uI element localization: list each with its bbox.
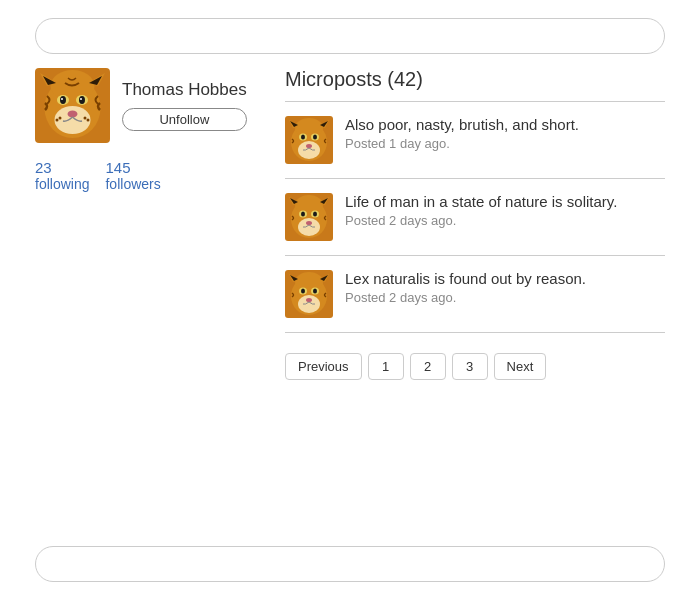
svg-point-30 bbox=[313, 135, 317, 140]
next-page-button[interactable]: Next bbox=[494, 353, 547, 380]
page-2-button[interactable]: 2 bbox=[410, 353, 446, 380]
profile-name-section: Thomas Hobbes Unfollow bbox=[122, 80, 247, 131]
svg-point-11 bbox=[79, 96, 85, 104]
post-item-3: Lex naturalis is found out by reason. Po… bbox=[285, 256, 665, 333]
post-content-1: Also poor, nasty, brutish, and short. Po… bbox=[345, 116, 665, 151]
svg-point-17 bbox=[84, 117, 87, 120]
svg-point-21 bbox=[295, 118, 323, 138]
svg-point-15 bbox=[59, 117, 62, 120]
svg-point-55 bbox=[301, 289, 305, 294]
post-avatar-1 bbox=[285, 116, 333, 164]
svg-point-14 bbox=[68, 111, 78, 118]
prev-page-button[interactable]: Previous bbox=[285, 353, 362, 380]
following-label: following bbox=[35, 176, 89, 192]
profile-header: Thomas Hobbes Unfollow bbox=[35, 68, 265, 143]
svg-point-29 bbox=[301, 135, 305, 140]
svg-point-12 bbox=[61, 98, 63, 100]
microposts-title: Microposts (42) bbox=[285, 68, 665, 102]
svg-point-42 bbox=[301, 212, 305, 217]
avatar bbox=[35, 68, 110, 143]
post-avatar-3 bbox=[285, 270, 333, 318]
post-time-2: Posted 2 days ago. bbox=[345, 213, 665, 228]
following-count: 23 bbox=[35, 159, 52, 176]
unfollow-button[interactable]: Unfollow bbox=[122, 108, 247, 131]
svg-point-56 bbox=[313, 289, 317, 294]
post-content-3: Lex naturalis is found out by reason. Po… bbox=[345, 270, 665, 305]
search-bar-top[interactable] bbox=[35, 18, 665, 54]
post-item-2: Life of man in a state of nature is soli… bbox=[285, 179, 665, 256]
svg-point-3 bbox=[55, 106, 91, 134]
svg-point-44 bbox=[306, 221, 312, 225]
svg-point-47 bbox=[295, 272, 323, 292]
page-1-button[interactable]: 1 bbox=[368, 353, 404, 380]
svg-point-31 bbox=[306, 144, 312, 148]
stats-row: 23 following 145 followers bbox=[35, 159, 265, 192]
svg-point-22 bbox=[298, 141, 320, 159]
followers-count: 145 bbox=[105, 159, 130, 176]
svg-point-35 bbox=[298, 218, 320, 236]
svg-point-34 bbox=[295, 195, 323, 215]
post-text-1: Also poor, nasty, brutish, and short. bbox=[345, 116, 665, 133]
svg-point-13 bbox=[80, 98, 82, 100]
svg-point-10 bbox=[60, 96, 66, 104]
svg-point-57 bbox=[306, 298, 312, 302]
profile-name: Thomas Hobbes bbox=[122, 80, 247, 100]
pagination: Previous 1 2 3 Next bbox=[285, 353, 665, 380]
post-avatar-2 bbox=[285, 193, 333, 241]
svg-point-18 bbox=[87, 119, 90, 122]
svg-point-48 bbox=[298, 295, 320, 313]
page-3-button[interactable]: 3 bbox=[452, 353, 488, 380]
main-content: Thomas Hobbes Unfollow 23 following 145 … bbox=[35, 68, 665, 532]
search-bar-bottom[interactable] bbox=[35, 546, 665, 582]
post-time-3: Posted 2 days ago. bbox=[345, 290, 665, 305]
post-content-2: Life of man in a state of nature is soli… bbox=[345, 193, 665, 228]
microposts-section: Microposts (42) bbox=[285, 68, 665, 532]
post-text-2: Life of man in a state of nature is soli… bbox=[345, 193, 665, 210]
followers-label: followers bbox=[105, 176, 160, 192]
svg-point-43 bbox=[313, 212, 317, 217]
post-item: Also poor, nasty, brutish, and short. Po… bbox=[285, 102, 665, 179]
post-text-3: Lex naturalis is found out by reason. bbox=[345, 270, 665, 287]
sidebar: Thomas Hobbes Unfollow 23 following 145 … bbox=[35, 68, 265, 532]
followers-link[interactable]: 145 followers bbox=[105, 159, 160, 192]
following-link[interactable]: 23 following bbox=[35, 159, 89, 192]
post-time-1: Posted 1 day ago. bbox=[345, 136, 665, 151]
svg-point-16 bbox=[56, 119, 59, 122]
